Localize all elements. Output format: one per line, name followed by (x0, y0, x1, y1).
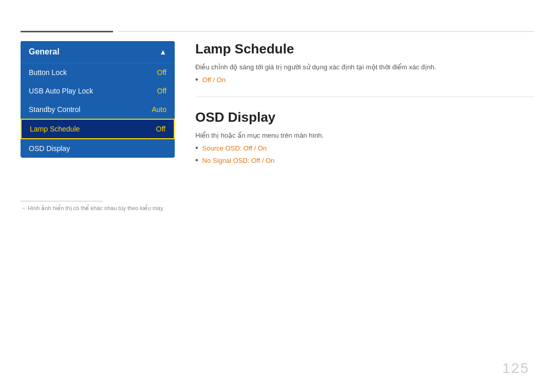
bullet-dot-2: • (195, 143, 198, 153)
osd-source-text: Source OSD: Off / On (202, 144, 267, 152)
footer-note-text: － Hình ảnh hiển thị có thể khác nhau tùy… (21, 205, 164, 211)
sidebar-item-osd-display[interactable]: OSD Display (21, 139, 175, 158)
osd-source-bullet: • Source OSD: Off / On (195, 143, 534, 153)
lamp-schedule-bullet-text: Off / On (202, 76, 226, 84)
sidebar-item-usb-value: Off (157, 87, 166, 95)
footer-note-container: － Hình ảnh hiển thị có thể khác nhau tùy… (21, 201, 164, 212)
sidebar-item-standby-control[interactable]: Standby Control Auto (21, 100, 175, 119)
lamp-schedule-bullet: • Off / On (195, 75, 534, 84)
main-content: Lamp Schedule Điều chỉnh độ sáng tới giá… (195, 41, 534, 168)
sidebar-item-standby-label: Standby Control (29, 105, 80, 114)
footer-note-line (21, 201, 103, 201)
sidebar-menu: General ▲ Button Lock Off USB Auto Play … (21, 41, 175, 158)
sidebar-header: General ▲ (21, 41, 175, 63)
osd-display-desc: Hiển thị hoặc ẩn mục menu trên màn hình. (195, 132, 534, 139)
osd-display-title: OSD Display (195, 109, 534, 125)
sidebar-item-usb-auto-play-lock[interactable]: USB Auto Play Lock Off (21, 82, 175, 100)
sidebar-title: General (29, 47, 60, 57)
lamp-schedule-desc: Điều chỉnh độ sáng tới giá trị người sử … (195, 63, 534, 71)
top-decorative-lines (21, 31, 534, 32)
top-line-dark (21, 31, 113, 32)
collapse-icon[interactable]: ▲ (159, 48, 166, 56)
sidebar-item-lamp-label: Lamp Schedule (30, 125, 80, 133)
sidebar-item-button-lock-label: Button Lock (29, 68, 67, 77)
top-line-light (118, 31, 534, 32)
sidebar-item-osd-label: OSD Display (29, 144, 70, 153)
bullet-dot-3: • (195, 156, 198, 165)
sidebar-item-standby-value: Auto (152, 105, 166, 114)
section-divider (195, 97, 534, 97)
osd-no-signal-bullet: • No Signal OSD: Off / On (195, 156, 534, 165)
page-number: 125 (502, 360, 529, 377)
sidebar-item-button-lock[interactable]: Button Lock Off (21, 63, 175, 82)
sidebar-item-lamp-value: Off (156, 125, 165, 133)
bullet-dot-1: • (195, 75, 198, 84)
sidebar-item-button-lock-value: Off (157, 68, 166, 77)
sidebar-item-usb-label: USB Auto Play Lock (29, 87, 93, 95)
osd-no-signal-text: No Signal OSD: Off / On (202, 157, 275, 164)
sidebar-item-lamp-schedule[interactable]: Lamp Schedule Off (21, 119, 175, 139)
lamp-schedule-title: Lamp Schedule (195, 41, 534, 57)
